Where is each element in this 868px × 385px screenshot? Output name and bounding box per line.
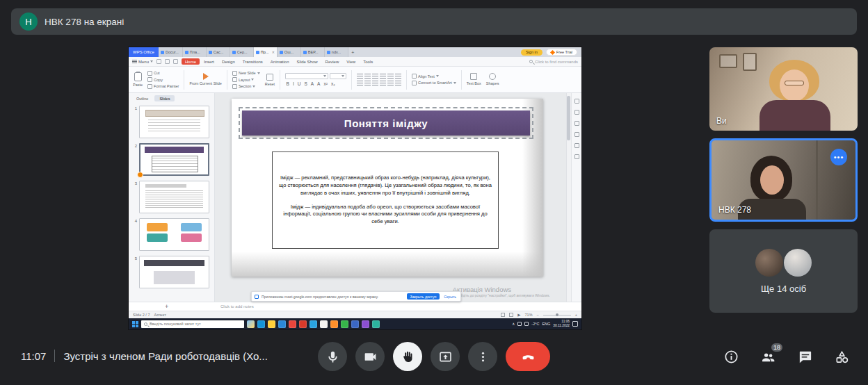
- slide-thumbnail[interactable]: [139, 106, 209, 138]
- align-icon[interactable]: [395, 74, 401, 79]
- free-trial-button[interactable]: Free Trial: [546, 49, 577, 56]
- taskbar-app-icon[interactable]: [351, 320, 359, 328]
- convert-smartart-button[interactable]: Convert to SmartArt: [412, 81, 456, 85]
- scrollbar-thumb[interactable]: [567, 96, 570, 140]
- weather-widget[interactable]: [247, 320, 255, 328]
- taskbar-app-icon[interactable]: [372, 320, 380, 328]
- panel-tab[interactable]: Outline: [131, 95, 153, 101]
- new-tab-button[interactable]: +: [348, 47, 357, 57]
- volume-icon[interactable]: [524, 322, 529, 326]
- taskbar-clock[interactable]: 11:06 30.11.2022: [553, 320, 570, 327]
- layout-button[interactable]: Layout: [232, 77, 260, 82]
- panel-tab[interactable]: Slides: [154, 95, 175, 101]
- taskbar-app-icon[interactable]: [268, 320, 275, 328]
- from-current-slide-button[interactable]: From Current Slide: [189, 73, 221, 85]
- zoom-in-button[interactable]: +: [575, 313, 577, 317]
- align-text-button[interactable]: Align Text: [412, 74, 456, 79]
- taskbar-app-icon[interactable]: [257, 320, 265, 328]
- chat-button[interactable]: [797, 349, 813, 365]
- slide-thumbnail[interactable]: [139, 218, 209, 251]
- shapes-button[interactable]: Shapes: [486, 73, 499, 85]
- ribbon-tab[interactable]: Slide Show: [294, 58, 321, 65]
- wps-brand-tab[interactable]: WPS Office: [129, 47, 159, 57]
- cut-button[interactable]: Cut: [147, 71, 179, 76]
- stop-sharing-button[interactable]: Закрыть доступ: [407, 293, 440, 300]
- ribbon-tab[interactable]: View: [343, 58, 359, 65]
- network-icon[interactable]: [517, 322, 522, 326]
- font-family-dropdown[interactable]: [285, 73, 328, 79]
- slide-thumbnail-row[interactable]: 4: [130, 218, 209, 251]
- notes-bar[interactable]: + Click to add notes: [129, 302, 581, 311]
- more-options-button[interactable]: [468, 342, 497, 371]
- align-icon[interactable]: [372, 81, 378, 86]
- zoom-slider[interactable]: [543, 315, 571, 316]
- taskbar-app-icon[interactable]: [278, 320, 286, 328]
- taskbar-app-icon[interactable]: [341, 320, 348, 328]
- align-icon[interactable]: [387, 74, 394, 79]
- wps-document-tab[interactable]: Сас...: [207, 47, 230, 57]
- vertical-scrollbar[interactable]: [566, 93, 571, 302]
- taskbar-app-icon[interactable]: [362, 320, 369, 328]
- font-size-dropdown[interactable]: [330, 73, 346, 79]
- taskbar-app-icon[interactable]: [289, 320, 296, 328]
- font-style-button[interactable]: x²: [323, 81, 328, 86]
- font-style-button[interactable]: I: [291, 81, 295, 86]
- text-box-button[interactable]: Text Box: [467, 73, 481, 85]
- play-slideshow-button[interactable]: ▶: [517, 313, 520, 317]
- camera-button[interactable]: [355, 342, 385, 371]
- sidebar-tool-icon[interactable]: [574, 99, 579, 104]
- taskbar-app-icon[interactable]: [310, 320, 317, 328]
- menu-button[interactable]: Menu: [132, 60, 153, 64]
- sorter-view-icon[interactable]: [509, 313, 513, 317]
- sidebar-tool-icon[interactable]: [574, 132, 579, 137]
- taskbar-app-icon[interactable]: [299, 320, 307, 328]
- font-style-button[interactable]: U: [296, 81, 302, 86]
- align-icon[interactable]: [380, 81, 386, 86]
- taskbar-search[interactable]: Введіть пошуковий запит тут: [141, 320, 244, 328]
- ribbon-tab[interactable]: Design: [218, 58, 239, 65]
- hide-button[interactable]: Скрыть: [442, 294, 458, 300]
- new-slide-button[interactable]: New Slide: [232, 71, 260, 76]
- raise-hand-button[interactable]: [393, 342, 422, 371]
- font-style-button[interactable]: x₂: [330, 81, 336, 86]
- font-style-button[interactable]: A: [310, 81, 314, 86]
- align-icon[interactable]: [364, 81, 371, 86]
- normal-view-icon[interactable]: [501, 313, 505, 317]
- wps-document-tab[interactable]: Ош...: [278, 47, 301, 57]
- tile-more-options-button[interactable]: •••: [830, 149, 847, 165]
- taskbar-app-icon[interactable]: [330, 320, 338, 328]
- font-style-button[interactable]: B: [285, 81, 290, 86]
- add-slide-button[interactable]: +: [165, 303, 168, 310]
- paste-button[interactable]: Paste: [133, 72, 143, 87]
- close-tab-icon[interactable]: ✕: [272, 50, 275, 54]
- ribbon-tab[interactable]: Animation: [267, 58, 293, 65]
- start-button[interactable]: [132, 321, 138, 327]
- slide-thumbnail-row[interactable]: 2: [130, 143, 209, 176]
- align-icon[interactable]: [387, 81, 394, 86]
- align-icon[interactable]: [372, 74, 378, 79]
- sidebar-tool-icon[interactable]: [574, 110, 579, 115]
- ribbon-tab[interactable]: Home: [182, 58, 200, 65]
- video-tile-others[interactable]: Ще 14 осіб: [709, 229, 858, 313]
- current-slide[interactable]: Поняття іміджу Імідж — рекламний, предст…: [232, 99, 543, 277]
- wps-document-tab[interactable]: Сер...: [230, 47, 254, 57]
- end-call-button[interactable]: [506, 342, 550, 371]
- wps-document-tab[interactable]: ndv...: [325, 47, 348, 57]
- sidebar-tool-icon[interactable]: [574, 143, 579, 148]
- slide-body-textbox[interactable]: Імідж — рекламний, представницький образ…: [272, 151, 499, 249]
- find-commands-box[interactable]: Click to find commands: [529, 60, 578, 64]
- wps-document-tab[interactable]: ВЕР...: [301, 47, 325, 57]
- sidebar-tool-icon[interactable]: [574, 121, 579, 126]
- format-painter-button[interactable]: Format Painter: [147, 84, 179, 89]
- slide-thumbnail-row[interactable]: 1: [130, 106, 209, 138]
- wps-document-tab[interactable]: Docur...: [159, 47, 183, 57]
- sidebar-tool-icon[interactable]: [574, 154, 579, 159]
- video-tile-you[interactable]: Ви: [709, 47, 858, 131]
- tray-expand-button[interactable]: ∧: [512, 322, 515, 326]
- activities-button[interactable]: [834, 349, 850, 365]
- ribbon-tab[interactable]: Insert: [200, 58, 218, 65]
- ribbon-tab[interactable]: Tools: [360, 58, 376, 65]
- slide-thumbnail[interactable]: [139, 181, 209, 213]
- align-icon[interactable]: [395, 81, 401, 86]
- slide-thumbnail[interactable]: [139, 256, 209, 288]
